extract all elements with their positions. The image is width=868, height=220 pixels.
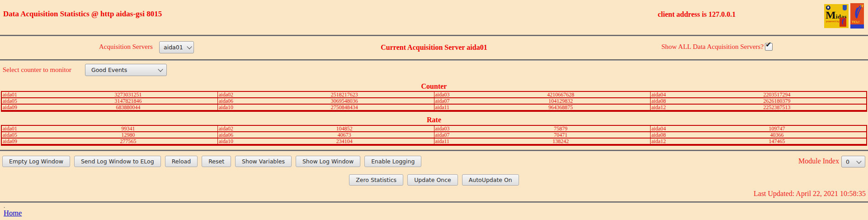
counter-table: aida013273031251aida022518217623aida0342… [1, 91, 867, 112]
tcl-name-text: TCL! [852, 20, 860, 24]
stat-value: 3147821846 [39, 98, 217, 104]
select-counter-label: Select counter to monitor [3, 66, 71, 74]
server-stat-cell: aida0640673 [218, 132, 434, 138]
server-name: aida06 [218, 132, 255, 138]
empty-log-window-button[interactable]: Empty Log Window [2, 156, 70, 167]
autoupdate-on-button[interactable]: AutoUpdate On [462, 174, 519, 186]
server-name: aida10 [218, 139, 255, 144]
stat-value: 2750848434 [255, 105, 434, 110]
server-stat-cell: aida11138242 [434, 138, 651, 145]
table-row: aida0512980aida0640673aida0770471aida084… [1, 132, 867, 138]
show-log-window-button[interactable]: Show Log Window [296, 156, 360, 167]
server-name: aida04 [651, 92, 688, 97]
server-name: aida02 [218, 126, 255, 131]
server-stat-cell: aida042203517294 [651, 91, 867, 98]
server-name: aida12 [651, 139, 688, 144]
stat-value: 40673 [255, 132, 434, 138]
server-stat-cell: aida12147465 [651, 138, 867, 145]
page: Data Acquisition Statistics @ http aidas… [0, 0, 868, 220]
server-stat-cell: aida063069548036 [218, 98, 434, 104]
server-stat-cell: aida10234104 [218, 138, 434, 145]
stat-value: 964368875 [472, 105, 651, 110]
table-row: aida053147821846aida063069548036aida0710… [1, 98, 867, 104]
server-stat-cell: aida0512980 [1, 132, 218, 138]
stat-value: 3273031251 [39, 92, 217, 97]
stat-value: 234104 [255, 139, 434, 144]
divider [0, 201, 868, 203]
server-stat-cell: aida0375879 [434, 125, 651, 132]
action-bar: Zero Statistics Update Once AutoUpdate O… [0, 174, 868, 186]
client-address-text: client address is 127.0.0.1 [658, 10, 736, 19]
checkmark-icon: ✔ [765, 40, 771, 49]
divider [0, 35, 868, 36]
stat-value: 104852 [255, 126, 434, 131]
tcl-feather-icon [852, 5, 863, 23]
stat-value: 2626180379 [688, 98, 866, 104]
stat-value: 683880044 [39, 105, 217, 110]
reload-button[interactable]: Reload [165, 156, 198, 167]
server-stat-cell: aida0840366 [651, 132, 867, 138]
table-row: aida09683880044aida102750848434aida11964… [1, 104, 867, 111]
server-name: aida04 [651, 126, 688, 131]
toolbar: Empty Log Window Send Log Window to ELog… [2, 156, 421, 167]
server-stat-cell: aida11964368875 [434, 104, 651, 111]
server-name: aida12 [651, 105, 688, 110]
module-index-select[interactable]: 0 [841, 156, 865, 167]
tcl-powered-logo[interactable]: TCL! POWERED [850, 3, 864, 29]
stat-value: 4210667628 [472, 92, 651, 97]
server-stat-cell: aida0770471 [434, 132, 651, 138]
server-stat-cell: aida053147821846 [1, 98, 218, 104]
server-name: aida06 [218, 98, 255, 104]
stat-value: 99341 [39, 126, 217, 131]
chevron-down-icon [158, 67, 163, 72]
stat-value: 104129832 [472, 98, 651, 104]
server-name: aida03 [434, 126, 472, 131]
table-row: aida09277565aida10234104aida11138242aida… [1, 138, 867, 145]
server-name: aida08 [651, 132, 688, 138]
server-name: aida08 [651, 98, 688, 104]
server-stat-cell: aida0199341 [1, 125, 218, 132]
midas-powered-by-text: powered by [826, 20, 839, 23]
server-name: aida01 [2, 92, 39, 97]
divider [0, 59, 868, 61]
module-index-label: Module Index [798, 157, 839, 165]
midas-letter: M [826, 9, 836, 21]
stat-value: 3069548036 [255, 98, 434, 104]
stat-value: 2203517294 [688, 92, 866, 97]
reset-button[interactable]: Reset [202, 156, 231, 167]
rate-table: aida0199341aida02104852aida0375879aida04… [1, 125, 867, 146]
server-name: aida02 [218, 92, 255, 97]
counter-heading: Counter [0, 82, 868, 91]
server-stat-cell: aida013273031251 [1, 91, 218, 98]
tcl-powered-band: POWERED [850, 24, 864, 29]
show-all-label: Show ALL Data Acquisition Servers? [661, 43, 764, 51]
send-log-to-elog-button[interactable]: Send Log Window to ELog [74, 156, 161, 167]
show-all-checkbox[interactable]: ✔ [765, 43, 773, 51]
update-once-button[interactable]: Update Once [407, 174, 458, 186]
enable-logging-button[interactable]: Enable Logging [364, 156, 421, 167]
rate-heading: Rate [0, 116, 868, 124]
server-name: aida05 [2, 132, 39, 138]
tcl-feather-badge-icon [840, 18, 846, 27]
show-variables-button[interactable]: Show Variables [235, 156, 292, 167]
server-stat-cell: aida102750848434 [218, 104, 434, 111]
stat-value: 277565 [39, 139, 217, 144]
server-stat-cell: aida122252387513 [651, 104, 867, 111]
stat-value: 12980 [39, 132, 217, 138]
server-name: aida07 [434, 132, 472, 138]
home-link[interactable]: Home [4, 209, 22, 218]
server-name: aida10 [218, 105, 255, 110]
module-index-select-value: 0 [846, 158, 849, 165]
zero-statistics-button[interactable]: Zero Statistics [349, 174, 403, 186]
server-stat-cell: aida04109747 [651, 125, 867, 132]
stat-value: 75879 [472, 126, 651, 131]
midas-logo[interactable]: Midas powered by [824, 4, 849, 28]
server-stat-cell: aida082626180379 [651, 98, 867, 104]
server-stat-cell: aida07104129832 [434, 98, 651, 104]
show-all-group: Show ALL Data Acquisition Servers? ✔ [661, 43, 773, 51]
stat-value: 40366 [688, 132, 866, 138]
server-stat-cell: aida09683880044 [1, 104, 218, 111]
server-name: aida09 [2, 105, 39, 110]
counter-monitor-select[interactable]: Good Events [85, 64, 167, 76]
stat-value: 138242 [472, 139, 651, 144]
